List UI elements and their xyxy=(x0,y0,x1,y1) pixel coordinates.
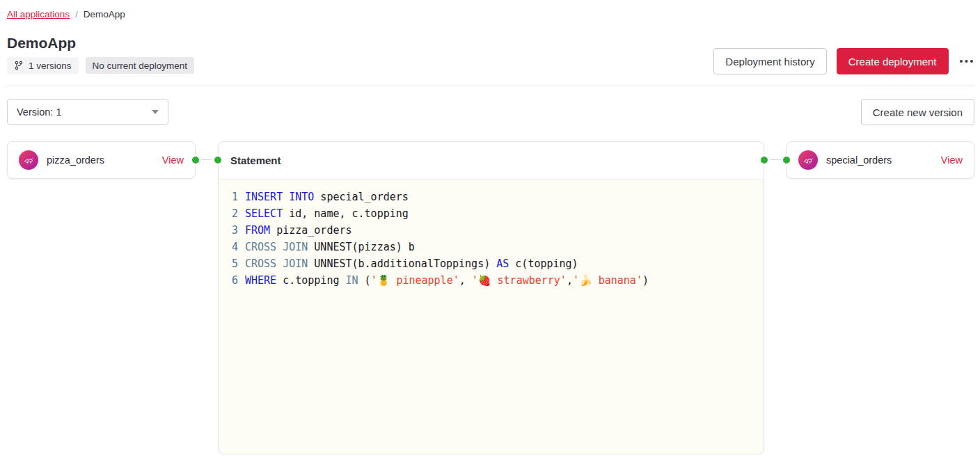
statement-card: Statement 1INSERT INTO special_orders2SE… xyxy=(218,141,764,454)
line-number: 1 xyxy=(219,189,238,205)
version-select[interactable]: Version: 1 xyxy=(7,99,168,125)
code-token: , xyxy=(459,272,472,289)
code-token: CROSS JOIN xyxy=(245,255,308,272)
code-token: id, name, c.topping xyxy=(283,205,409,222)
badges-row: 1 versions No current deployment xyxy=(7,57,194,74)
header-actions: Deployment history Create deployment xyxy=(713,48,974,74)
target-view-link[interactable]: View xyxy=(941,154,963,166)
code-line: 3FROM pizza_orders xyxy=(219,222,764,239)
sql-code-block: 1INSERT INTO special_orders2SELECT id, n… xyxy=(219,180,764,454)
breadcrumb: All applications / DemoApp xyxy=(7,9,125,19)
code-token: INSERT INTO xyxy=(245,189,314,205)
breadcrumb-current: DemoApp xyxy=(84,9,125,19)
breadcrumb-all-applications-link[interactable]: All applications xyxy=(7,9,70,19)
create-new-version-button[interactable]: Create new version xyxy=(861,99,974,125)
code-token: c.topping xyxy=(276,272,345,289)
connector-dot xyxy=(781,154,792,166)
ellipsis-icon xyxy=(960,60,963,63)
chevron-down-icon xyxy=(152,110,159,114)
code-token: ) xyxy=(642,272,649,289)
code-token: FROM xyxy=(245,222,270,239)
code-token: '🍌 banana' xyxy=(573,272,642,289)
source-table-card: pizza_orders View xyxy=(7,141,196,179)
connector-dot xyxy=(759,154,770,166)
create-deployment-button[interactable]: Create deployment xyxy=(837,48,949,74)
line-number: 3 xyxy=(219,222,238,239)
breadcrumb-separator: / xyxy=(75,9,78,19)
line-number: 2 xyxy=(219,205,238,222)
flow-canvas: pizza_orders View Statement 1INSERT INTO… xyxy=(0,141,980,468)
line-number: 4 xyxy=(219,239,238,255)
connector-dot xyxy=(190,154,201,166)
code-token: WHERE xyxy=(245,272,276,289)
code-token: c(topping) xyxy=(509,255,578,272)
code-token: '🍍 pineapple' xyxy=(371,272,459,289)
code-line: 5CROSS JOIN UNNEST(b.additionalToppings)… xyxy=(219,255,764,272)
header-divider xyxy=(7,86,974,86)
source-view-link[interactable]: View xyxy=(162,154,184,166)
code-token: special_orders xyxy=(314,189,408,205)
page-title: DemoApp xyxy=(7,35,76,51)
line-number: 5 xyxy=(219,255,238,272)
connector-dot xyxy=(212,154,223,166)
code-line: 2SELECT id, name, c.topping xyxy=(219,205,764,222)
code-token: AS xyxy=(496,255,509,272)
deployment-history-button[interactable]: Deployment history xyxy=(713,48,826,74)
target-table-card: special_orders View xyxy=(787,141,974,179)
target-table-name: special_orders xyxy=(826,154,892,166)
code-token: CROSS JOIN xyxy=(245,239,308,255)
code-token: SELECT xyxy=(245,205,283,222)
git-branch-icon xyxy=(14,61,24,70)
code-token: , xyxy=(567,272,573,289)
code-token: '🍓 strawberry' xyxy=(472,272,567,289)
code-token: UNNEST(pizzas) b xyxy=(308,239,415,255)
versions-badge-label: 1 versions xyxy=(29,61,72,71)
flink-table-icon xyxy=(798,150,818,170)
line-number: 6 xyxy=(219,272,238,289)
source-table-name: pizza_orders xyxy=(47,154,104,166)
code-line: 6WHERE c.topping IN ('🍍 pineapple', '🍓 s… xyxy=(219,272,764,289)
code-token: UNNEST(b.additionalToppings) xyxy=(308,255,496,272)
code-line: 1INSERT INTO special_orders xyxy=(219,189,764,205)
code-token: IN xyxy=(346,272,358,289)
version-select-value: Version: 1 xyxy=(17,106,62,118)
code-token: ( xyxy=(358,272,371,289)
versions-badge: 1 versions xyxy=(7,57,79,74)
statement-title: Statement xyxy=(219,142,764,180)
code-line: 4CROSS JOIN UNNEST(pizzas) b xyxy=(219,239,764,255)
more-options-button[interactable] xyxy=(958,56,975,68)
flink-table-icon xyxy=(19,150,38,170)
app-detail-page: All applications / DemoApp DemoApp 1 ver… xyxy=(0,0,980,476)
deployment-status-badge: No current deployment xyxy=(86,57,195,74)
code-token: pizza_orders xyxy=(270,222,351,239)
